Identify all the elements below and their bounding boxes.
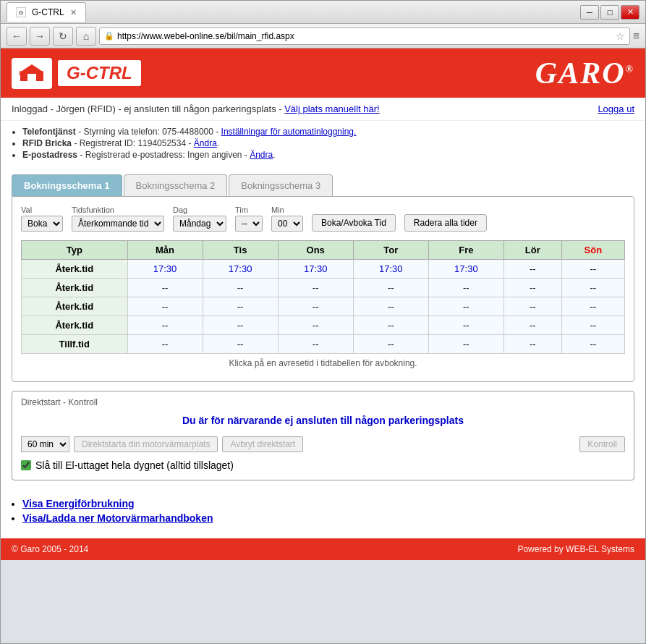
cell-tis-0[interactable]: 17:30 [203,260,278,279]
min-label: Min [271,206,303,214]
cell-lor-4: -- [503,335,561,354]
logged-in-text: Inloggad - Jörgen (RFID) - ej ansluten t… [12,103,282,114]
tab-close-icon[interactable]: ✕ [70,8,77,17]
choose-place-link[interactable]: Välj plats manuellt här! [284,103,380,114]
bullet-telefon: Telefontjänst - Styrning via telefon: 07… [22,127,634,137]
automatinloggning-link[interactable]: Inställningar för automatinloggning. [221,127,357,137]
cell-tor-3: -- [353,316,428,335]
cell-tor-0[interactable]: 17:30 [353,260,428,279]
booking-form-row: Val Boka Tidsfunktion Återkommande tid E… [21,206,625,232]
bullet-email-label: E-postadress [22,150,77,160]
cell-tis-4: -- [203,335,278,354]
links-section: Visa Energiförbrukning Visa/Ladda ner Mo… [1,489,645,538]
bullet-rfid: RFID Bricka - Registrerat ID: 1194052534… [22,138,634,148]
cell-lor-0: -- [503,260,561,279]
val-group: Val Boka [21,206,63,232]
login-info: Inloggad - Jörgen (RFID) - ej ansluten t… [12,103,380,114]
tab-bokningsschema-2[interactable]: Bokningsschema 2 [124,174,228,196]
handbok-link[interactable]: Visa/Ladda ner Motorvärmarhandboken [22,512,213,524]
direktstart-title: Direktstart - Kontroll [21,397,625,407]
tab-bokningsschema-3[interactable]: Bokningsschema 3 [229,174,333,196]
reload-button[interactable]: ↻ [53,27,73,46]
back-button[interactable]: ← [7,27,27,46]
col-fre: Fre [428,241,503,260]
dag-label: Dag [173,206,226,214]
page-content: G-CTRL GARO® Inloggad - Jörgen (RFID) - … [1,48,645,560]
close-button[interactable]: ✕ [621,5,639,20]
tab-favicon: G [16,7,26,17]
footer-copyright: © Garo 2005 - 2014 [12,544,88,554]
el-checkbox[interactable] [21,460,31,470]
svg-rect-2 [27,74,36,81]
cell-son-1: -- [561,279,624,297]
kontroll-button[interactable]: Kontroll [579,436,625,452]
cell-man-0[interactable]: 17:30 [127,260,203,279]
cell-fre-0[interactable]: 17:30 [428,260,503,279]
bullet-telefon-text: - Styrning via telefon: 075-4488000 - [78,127,218,137]
maximize-button[interactable]: □ [600,5,619,20]
cell-fre-1: -- [428,279,503,297]
email-andra-link[interactable]: Ändra [250,150,273,160]
cell-man-4: -- [127,335,203,354]
book-time-button[interactable]: Boka/Avboka Tid [312,214,396,232]
col-ons: Ons [278,241,353,260]
menu-icon[interactable]: ≡ [633,30,639,43]
footer-powered: Powered by WEB-EL Systems [517,544,634,554]
cell-man-3: -- [127,316,203,335]
delete-times-button[interactable]: Radera alla tider [404,214,487,232]
bookmark-icon[interactable]: ☆ [616,30,625,42]
row-type-4: Tillf.tid [22,335,128,354]
tab-row: Bokningsschema 1 Bokningsschema 2 Boknin… [12,174,634,196]
cell-son-2: -- [561,297,624,316]
cell-ons-1: -- [278,279,353,297]
time-select[interactable]: 60 min [21,436,69,452]
row-type-3: Återk.tid [22,316,128,335]
address-bar[interactable]: 🔒 https://www.webel-online.se/bil/main_r… [99,27,630,45]
rfid-andra-link[interactable]: Ändra [194,138,217,148]
site-header: G-CTRL GARO® [1,48,645,98]
tidsfunktion-select[interactable]: Återkommande tid Engångstid [72,216,164,232]
col-tis: Tis [203,241,278,260]
links-list: Visa Energiförbrukning Visa/Ladda ner Mo… [22,498,634,524]
cell-tor-4: -- [353,335,428,354]
val-select[interactable]: Boka [21,216,63,232]
direktstart-controls: 60 min Direktstarta din motorvärmarplats… [21,436,625,452]
cell-man-2: -- [127,297,203,316]
cell-man-1: -- [127,279,203,297]
cell-fre-4: -- [428,335,503,354]
dag-group: Dag Måndag Tisdag Onsdag Torsdag Fredag … [173,206,226,232]
tim-group: Tim -- [235,206,263,232]
cell-fre-2: -- [428,297,503,316]
link-energi: Visa Energiförbrukning [22,498,634,509]
info-bar: Inloggad - Jörgen (RFID) - ej ansluten t… [1,98,645,121]
cell-ons-0[interactable]: 17:30 [278,260,353,279]
browser-toolbar: ← → ↻ ⌂ 🔒 https://www.webel-online.se/bi… [1,24,645,48]
gctrl-logo: G-CTRL [12,58,141,89]
avbryt-direktstart-button[interactable]: Avbryt direktstart [222,436,303,452]
bullet-rfid-label: RFID Bricka [22,138,72,148]
col-typ: Typ [22,241,128,260]
logo-house-icon [12,58,52,89]
not-connected-message: Du är för närvarande ej ansluten till nå… [21,415,625,426]
gctrl-brand-text: G-CTRL [58,60,141,86]
direktstart-button[interactable]: Direktstarta din motorvärmarplats [74,436,218,452]
tim-select[interactable]: -- [235,216,263,232]
home-button[interactable]: ⌂ [76,27,96,46]
tab-bokningsschema-1[interactable]: Bokningsschema 1 [12,174,122,196]
garo-brand-text: GARO® [535,56,634,90]
cell-tis-1: -- [203,279,278,297]
minimize-button[interactable]: ─ [580,5,599,20]
energi-link[interactable]: Visa Energiförbrukning [22,498,135,509]
tidsfunktion-group: Tidsfunktion Återkommande tid Engångstid [72,206,164,232]
browser-tab[interactable]: G G-CTRL ✕ [7,2,86,22]
min-select[interactable]: 00 [271,216,303,232]
svg-marker-1 [20,64,43,72]
cell-tor-1: -- [353,279,428,297]
min-group: Min 00 [271,206,303,232]
cell-son-3: -- [561,316,624,335]
col-man: Mån [127,241,203,260]
dag-select[interactable]: Måndag Tisdag Onsdag Torsdag Fredag Lörd… [173,216,226,232]
logout-link[interactable]: Logga ut [598,103,634,114]
lock-icon: 🔒 [104,31,114,41]
forward-button[interactable]: → [30,27,50,46]
